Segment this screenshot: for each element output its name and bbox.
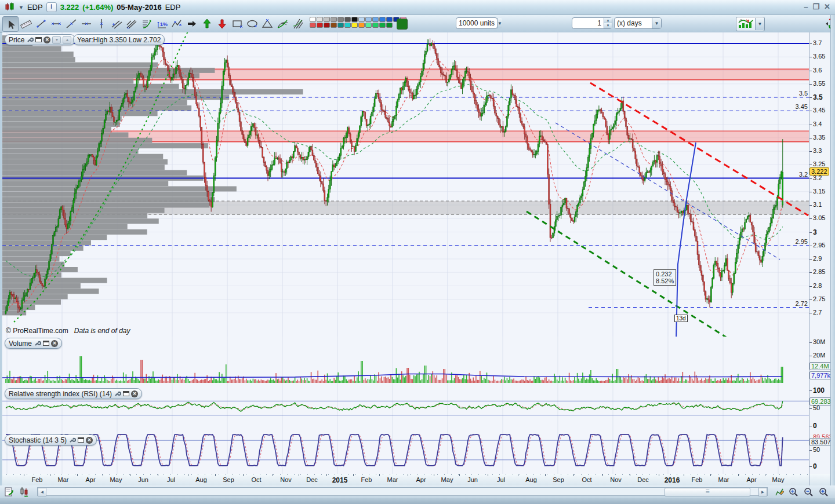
units-dropdown[interactable]: 10000 units ▼ <box>456 17 498 29</box>
color-swatch[interactable] <box>317 17 323 22</box>
period-unit-dropdown[interactable]: (x) days ▼ <box>614 17 662 29</box>
h-line-tool[interactable] <box>79 16 94 31</box>
color-swatch[interactable] <box>365 23 372 28</box>
pitchfork-tool[interactable] <box>124 16 139 31</box>
color-swatch[interactable] <box>379 23 386 28</box>
color-swatch[interactable] <box>310 23 316 28</box>
ellipse-tool[interactable] <box>245 16 260 31</box>
zoom-in-icon[interactable] <box>818 487 829 497</box>
period-value-spinner[interactable]: 1 ▲▼ <box>572 17 612 29</box>
detach-window-icon[interactable] <box>43 341 49 346</box>
color-swatch[interactable] <box>351 17 358 22</box>
color-swatch[interactable] <box>386 23 393 28</box>
export-chart-icon[interactable] <box>3 487 15 497</box>
color-swatch[interactable] <box>331 23 337 28</box>
minimize-button[interactable]: – <box>804 2 808 11</box>
price-axis-label: 3.5 <box>813 93 823 101</box>
color-swatch[interactable] <box>386 17 393 22</box>
arrow-right-tool[interactable] <box>184 16 199 31</box>
color-swatch[interactable] <box>372 23 379 28</box>
draw-on-chart-icon[interactable] <box>774 487 785 497</box>
color-swatch[interactable] <box>351 23 358 28</box>
arrow-down-tool[interactable] <box>215 16 230 31</box>
selected-color-swatch[interactable] <box>397 19 408 30</box>
h-segment-tool[interactable] <box>49 16 64 31</box>
v-line-tool[interactable] <box>94 16 109 31</box>
last-price-tag: 3.222 <box>809 167 829 176</box>
color-swatch[interactable] <box>358 17 365 22</box>
color-swatch[interactable] <box>344 23 351 28</box>
scroll-right-arrow[interactable]: ► <box>758 488 767 496</box>
color-swatch[interactable] <box>344 17 351 22</box>
close-panel-icon[interactable]: ✕ <box>86 437 93 444</box>
add-chart-button[interactable]: ▼ <box>736 17 765 31</box>
palette-row-2 <box>310 23 407 28</box>
color-swatch[interactable] <box>358 23 365 28</box>
ruler-tool[interactable] <box>19 16 34 31</box>
time-axis-month-label: Sep <box>553 476 564 483</box>
units-dropdown-arrow[interactable]: ▼ <box>497 18 502 28</box>
cursor-tool[interactable] <box>2 16 19 32</box>
horizontal-scrollbar[interactable]: ◄ ☰ ► <box>37 487 768 496</box>
triangle-tool[interactable] <box>260 16 275 31</box>
detach-window-icon[interactable] <box>123 391 129 396</box>
color-swatch[interactable] <box>317 23 323 28</box>
channel-tool[interactable] <box>109 16 124 31</box>
volume-panel[interactable]: Volume ✕ <box>2 337 809 388</box>
scrollbar-thumb[interactable]: ☰ <box>665 488 750 496</box>
color-swatch[interactable] <box>379 17 386 22</box>
restore-button[interactable]: ❐ <box>812 2 819 11</box>
drawing-toolbar: 1% 10000 units ▼ 1 ▲▼ (x) days ▼ ▼ <box>0 15 835 33</box>
rect-tool[interactable] <box>230 16 245 31</box>
notes-tool[interactable] <box>139 16 154 31</box>
time-axis-month-label: Apr <box>416 476 426 483</box>
wrench-icon[interactable] <box>26 36 34 43</box>
color-swatch[interactable] <box>310 17 316 22</box>
arrow-up-tool[interactable] <box>199 16 215 31</box>
stochastic-panel[interactable]: Stochastic (14 3 5) ✕ <box>2 433 809 474</box>
wrench-icon[interactable] <box>34 339 41 347</box>
color-swatch[interactable] <box>324 23 330 28</box>
add-chart-dropdown-arrow[interactable]: ▼ <box>755 18 764 30</box>
time-axis-month-label: Feb <box>692 476 703 483</box>
color-swatch[interactable] <box>337 17 344 22</box>
close-panel-icon[interactable]: ✕ <box>131 390 138 397</box>
detach-window-icon[interactable] <box>35 37 42 42</box>
stochastic-axis: 50089.56383.507 <box>809 433 831 474</box>
detach-window-icon[interactable] <box>78 437 84 443</box>
time-axis-month-label: Dec <box>306 476 318 483</box>
percent-tool[interactable]: 1% <box>154 16 169 31</box>
spinner-buttons[interactable]: ▲▼ <box>604 18 612 28</box>
speedlines-tool[interactable] <box>290 16 305 31</box>
arcs-tool[interactable] <box>275 16 290 31</box>
color-swatch[interactable] <box>337 23 344 28</box>
move-up-button[interactable]: ▲ <box>63 36 71 44</box>
close-button[interactable]: ✕ <box>824 2 830 11</box>
segment-tool[interactable] <box>34 16 49 31</box>
fibonacci-retracement-label[interactable]: 0.2328.52% <box>654 269 676 286</box>
zigzag-tool[interactable] <box>169 16 184 31</box>
pattern-detector-icon[interactable] <box>19 487 30 497</box>
color-swatch[interactable] <box>331 17 337 22</box>
wrench-icon[interactable] <box>114 390 121 397</box>
close-panel-icon[interactable]: ✕ <box>51 340 58 347</box>
wrench-icon[interactable] <box>68 436 76 444</box>
move-down-button[interactable]: ▼ <box>52 36 61 44</box>
price-axis-label: 2.85 <box>813 268 825 275</box>
info-button[interactable]: i <box>46 2 57 12</box>
price-chart-canvas[interactable]: 3.53.453.22.952.72 <box>2 32 809 337</box>
price-chart-panel[interactable]: 3.53.453.22.952.72 Price ✕ ▼ ▲ Year:High… <box>2 32 809 337</box>
days-count-label[interactable]: 13d <box>674 315 688 322</box>
instrument-dropdown-arrow[interactable]: ▼ <box>19 5 24 10</box>
price-axis-label: 3.15 <box>813 188 825 195</box>
color-swatch[interactable] <box>372 17 379 22</box>
color-swatch[interactable] <box>324 17 330 22</box>
period-dropdown-arrow[interactable]: ▼ <box>652 18 661 28</box>
color-swatch[interactable] <box>365 17 372 22</box>
rsi-panel[interactable]: Relative strength index (RSI) (14) ✕ <box>2 387 809 434</box>
zoom-fit-icon[interactable] <box>787 487 799 497</box>
scroll-left-arrow[interactable]: ◄ <box>38 488 46 496</box>
zoom-out-icon[interactable] <box>803 487 814 497</box>
line-tool[interactable] <box>64 16 79 31</box>
close-panel-icon[interactable]: ✕ <box>43 36 50 43</box>
